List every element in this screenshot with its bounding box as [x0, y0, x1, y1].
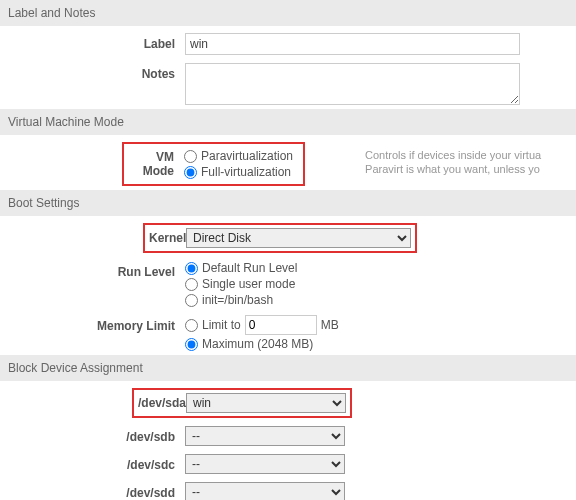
sdb-select[interactable]: --: [185, 426, 345, 446]
kernel-select[interactable]: Direct Disk: [186, 228, 411, 248]
memlimit-max-radio[interactable]: [185, 338, 198, 351]
vmmode-para-label: Paravirtualization: [201, 149, 293, 163]
vmmode-hint-1: Controls if devices inside your virtua: [365, 148, 576, 162]
sda-field-label: /dev/sda: [138, 396, 186, 410]
label-field-label: Label: [0, 33, 185, 51]
kernel-field-label: Kernel: [149, 231, 186, 245]
vmmode-field-label: VM Mode: [128, 150, 182, 178]
notes-field-label: Notes: [0, 63, 185, 81]
runlevel-init-label: init=/bin/bash: [202, 293, 273, 307]
sda-select[interactable]: win: [186, 393, 346, 413]
memlimit-mb-label: MB: [321, 318, 339, 332]
section-label-notes: Label and Notes: [0, 0, 576, 26]
vmmode-hint-2: Paravirt is what you want, unless yo: [365, 162, 576, 176]
memlimit-limit-radio[interactable]: [185, 319, 198, 332]
section-block: Block Device Assignment: [0, 355, 576, 381]
runlevel-single-label: Single user mode: [202, 277, 295, 291]
memlimit-value-input[interactable]: [245, 315, 317, 335]
sdd-select[interactable]: --: [185, 482, 345, 500]
runlevel-field-label: Run Level: [0, 261, 185, 279]
vmmode-full-radio[interactable]: [184, 166, 197, 179]
runlevel-default-radio[interactable]: [185, 262, 198, 275]
sdc-select[interactable]: --: [185, 454, 345, 474]
vmmode-para-radio[interactable]: [184, 150, 197, 163]
sdb-field-label: /dev/sdb: [0, 426, 185, 444]
section-boot: Boot Settings: [0, 190, 576, 216]
sdc-field-label: /dev/sdc: [0, 454, 185, 472]
memlimit-field-label: Memory Limit: [0, 315, 185, 333]
memlimit-limit-label: Limit to: [202, 318, 241, 332]
memlimit-max-label: Maximum (2048 MB): [202, 337, 313, 351]
runlevel-default-label: Default Run Level: [202, 261, 297, 275]
label-input[interactable]: [185, 33, 520, 55]
sdd-field-label: /dev/sdd: [0, 482, 185, 500]
runlevel-single-radio[interactable]: [185, 278, 198, 291]
vmmode-full-label: Full-virtualization: [201, 165, 291, 179]
notes-textarea[interactable]: [185, 63, 520, 105]
section-vm-mode: Virtual Machine Mode: [0, 109, 576, 135]
runlevel-init-radio[interactable]: [185, 294, 198, 307]
